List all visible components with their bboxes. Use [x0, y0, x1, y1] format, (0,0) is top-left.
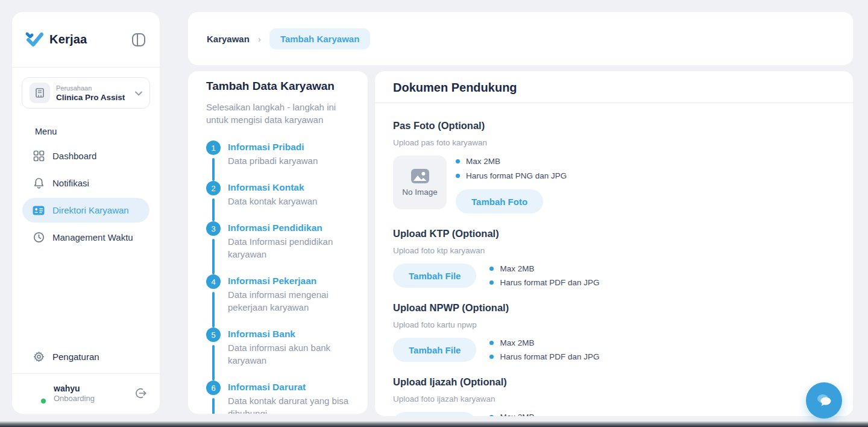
- section-subtitle: Upload pas foto karyawan: [393, 138, 835, 147]
- step-connector: [212, 158, 215, 181]
- settings-label: Pengaturan: [52, 352, 99, 362]
- step-title: Informasi Pendidikan: [228, 223, 350, 233]
- step-description: Data informasi akun bank karyawan: [228, 341, 350, 367]
- user-row: wahyu Onboarding: [12, 373, 160, 414]
- step-informasi-pekerjaan[interactable]: 4 Informasi Pekerjaan Data informasi men…: [206, 274, 350, 327]
- step-connector: [212, 398, 215, 414]
- stepper-subtitle: Selesaikan langkah - langkah ini untuk m…: [206, 101, 350, 126]
- sidebar-item-dashboard[interactable]: Dashboard: [22, 144, 149, 168]
- logout-icon[interactable]: [134, 387, 148, 400]
- company-selector[interactable]: Perusahaan Clinica Pro Assist: [22, 77, 150, 109]
- kerjaa-logo-icon: [25, 32, 43, 48]
- step-title: Informasi Darurat: [228, 382, 350, 393]
- sidebar-item-management-waktu[interactable]: Management Waktu: [22, 225, 149, 250]
- bell-icon: [33, 177, 45, 189]
- stepper-panel: Tambah Data Karyawan Selesaikan langkah …: [188, 71, 368, 414]
- section-subtitle: Upload foto ktp karyawan: [393, 246, 835, 255]
- tambah-file-ijazah-button[interactable]: Tambah File: [393, 412, 476, 416]
- section-upload-ijazah: Upload Ijazah (Optional) Upload foto ija…: [393, 376, 835, 416]
- id-card-icon: [33, 204, 45, 217]
- step-connector: [212, 292, 215, 327]
- tambah-file-ktp-button[interactable]: Tambah File: [393, 264, 476, 288]
- tambah-foto-button[interactable]: Tambah Foto: [456, 189, 543, 214]
- sidebar-collapse-icon[interactable]: [131, 32, 146, 48]
- sidebar-item-direktori-karyawan[interactable]: Direktori Karyawan: [22, 198, 149, 223]
- step-informasi-pribadi[interactable]: 1 Informasi Pribadi Data pribadi karyawa…: [206, 141, 350, 181]
- section-upload-npwp: Upload NPWP (Optional) Upload foto kartu…: [393, 302, 835, 362]
- breadcrumb: Karyawan › Tambah Karyawan: [188, 12, 853, 65]
- step-number: 1: [206, 141, 221, 155]
- step-informasi-pendidikan[interactable]: 3 Informasi Pendidikan Data Informasi pe…: [206, 221, 350, 274]
- step-title: Informasi Kontak: [228, 182, 317, 193]
- section-title: Upload NPWP (Optional): [393, 302, 835, 314]
- user-name: wahyu: [54, 384, 127, 393]
- step-title: Informasi Pekerjaan: [228, 276, 350, 286]
- sidebar-item-label: Dashboard: [52, 151, 96, 161]
- upload-rule: Harus format PNG dan JPG: [456, 171, 567, 180]
- section-subtitle: Upload foto kartu npwp: [393, 320, 835, 329]
- section-title: Pas Foto (Optional): [393, 120, 835, 131]
- step-connector: [212, 239, 215, 274]
- avatar[interactable]: [24, 382, 46, 404]
- upload-rule: Harus format PDF dan JPG: [489, 278, 599, 287]
- step-informasi-bank[interactable]: 5 Informasi Bank Data informasi akun ban…: [206, 327, 350, 381]
- step-connector: [212, 345, 215, 381]
- step-number: 5: [206, 327, 221, 342]
- step-title: Informasi Bank: [228, 329, 350, 340]
- chat-bubbles-icon: [815, 393, 833, 408]
- chevron-right-icon: ›: [258, 34, 261, 44]
- bullet-dot-icon: [456, 159, 460, 163]
- menu-section-label: Menu: [35, 127, 160, 136]
- section-title: Upload KTP (Optional): [393, 228, 835, 239]
- upload-rule: Harus format PDF dan JPG: [489, 352, 599, 361]
- sidebar-item-notifikasi[interactable]: Notifikasi: [22, 171, 149, 195]
- upload-rule: Max 2MB: [489, 338, 599, 347]
- online-status-dot: [40, 397, 47, 405]
- bullet-dot-icon: [489, 415, 494, 416]
- section-pas-foto: Pas Foto (Optional) Upload pas foto kary…: [393, 120, 835, 214]
- sidebar-item-label: Direktori Karyawan: [52, 205, 129, 215]
- step-description: Data informasi mengenai pekerjaan karyaw…: [228, 288, 350, 314]
- grid-icon: [33, 150, 45, 162]
- step-number: 6: [206, 381, 221, 395]
- bullet-dot-icon: [456, 174, 460, 178]
- page-title: Dokumen Pendukung: [393, 80, 835, 95]
- step-description: Data kontak karyawan: [228, 195, 317, 207]
- chat-button[interactable]: [806, 382, 842, 419]
- main-panel: Dokumen Pendukung Pas Foto (Optional) Up…: [375, 71, 853, 416]
- company-label: Perusahaan: [56, 84, 129, 92]
- user-status: Onboarding: [54, 394, 127, 403]
- step-number: 2: [206, 181, 221, 195]
- bullet-dot-icon: [489, 280, 494, 285]
- bullet-dot-icon: [489, 267, 494, 271]
- sidebar-item-label: Management Waktu: [52, 232, 133, 242]
- bullet-dot-icon: [489, 341, 494, 345]
- section-upload-ktp: Upload KTP (Optional) Upload foto ktp ka…: [393, 228, 835, 288]
- step-informasi-kontak[interactable]: 2 Informasi Kontak Data kontak karyawan: [206, 181, 350, 221]
- app-title: Kerjaa: [49, 33, 131, 46]
- tambah-file-npwp-button[interactable]: Tambah File: [393, 338, 476, 362]
- step-title: Informasi Pribadi: [228, 142, 318, 153]
- image-icon: [411, 169, 429, 183]
- step-connector: [212, 198, 215, 221]
- sidebar-item-pengaturan[interactable]: Pengaturan: [22, 344, 149, 368]
- sidebar-item-label: Notifikasi: [52, 178, 89, 188]
- breadcrumb-karyawan[interactable]: Karyawan: [207, 34, 250, 44]
- step-informasi-darurat[interactable]: 6 Informasi Darurat Data kontak darurat …: [206, 381, 350, 414]
- upload-rule: Max 2MB: [456, 157, 567, 166]
- clock-icon: [33, 232, 45, 244]
- chevron-down-icon: [135, 89, 142, 98]
- stepper-title: Tambah Data Karyawan: [206, 80, 350, 93]
- step-number: 4: [206, 274, 221, 289]
- bullet-dot-icon: [489, 355, 494, 359]
- section-title: Upload Ijazah (Optional): [393, 376, 835, 388]
- photo-upload-dropzone[interactable]: No Image: [393, 156, 447, 209]
- step-number: 3: [206, 221, 221, 236]
- building-icon: [30, 83, 50, 103]
- step-description: Data Informasi pendidikan karyawan: [228, 235, 350, 261]
- step-description: Data pribadi karyawan: [228, 154, 318, 167]
- company-name: Clinica Pro Assist: [56, 93, 129, 102]
- breadcrumb-tambah-karyawan[interactable]: Tambah Karyawan: [269, 28, 370, 49]
- gear-icon: [33, 350, 45, 362]
- step-description: Data kontak darurat yang bisa dihubungi: [228, 394, 350, 414]
